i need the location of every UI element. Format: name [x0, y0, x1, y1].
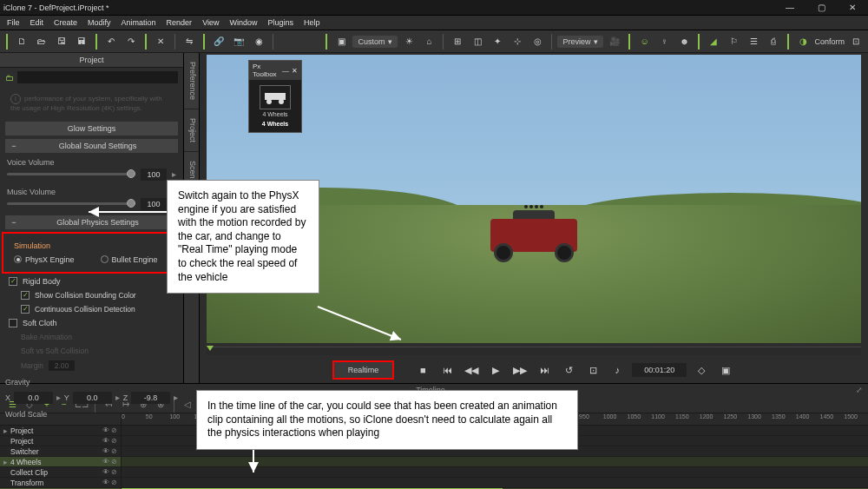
px-minimize-icon[interactable]: —: [282, 67, 289, 75]
undo-icon[interactable]: ↶: [102, 33, 120, 50]
timeline-row-switcher[interactable]: Switcher👁⊘: [0, 446, 121, 457]
ccd-checkbox[interactable]: ✓Continuous Collision Detection: [0, 302, 183, 316]
wheels-icon-label: 4 Wheels: [262, 111, 287, 117]
puppet-icon[interactable]: ☺: [635, 33, 653, 50]
track-row[interactable]: [122, 467, 868, 478]
rigid-body-checkbox[interactable]: ✓Rigid Body: [0, 274, 183, 288]
sphere-icon[interactable]: ◉: [250, 33, 267, 50]
maximize-button[interactable]: ▢: [809, 2, 833, 14]
svg-point-2: [279, 99, 284, 104]
menu-render[interactable]: Render: [161, 18, 198, 27]
viewport-ruler[interactable]: [207, 347, 861, 355]
layers-icon[interactable]: ☰: [745, 33, 762, 50]
motion-icon[interactable]: ♀: [655, 33, 673, 50]
menu-edit[interactable]: Edit: [25, 18, 49, 27]
link-icon[interactable]: 🔗: [210, 33, 227, 50]
frame-icon[interactable]: ▣: [332, 33, 350, 50]
menu-animation[interactable]: Animation: [116, 18, 161, 27]
open-icon[interactable]: 🗁: [33, 33, 50, 50]
gravity-z[interactable]: -9.8: [131, 392, 170, 404]
grid-icon[interactable]: ⊞: [449, 33, 466, 50]
timeline-row-project[interactable]: Project👁⊘: [0, 436, 121, 446]
physx-radio[interactable]: PhysX Engine: [14, 255, 75, 264]
menu-modify[interactable]: Modify: [82, 18, 116, 27]
redo-icon[interactable]: ↷: [122, 33, 140, 50]
gravity-x[interactable]: 0.0: [14, 392, 53, 404]
voice-volume-value[interactable]: 100: [141, 169, 167, 181]
new-icon[interactable]: 🗋: [13, 33, 30, 50]
project-panel-title: Project: [0, 53, 183, 68]
dummy-icon[interactable]: ◫: [469, 33, 486, 50]
gravity-y[interactable]: 0.0: [73, 392, 112, 404]
axis-icon[interactable]: ⊹: [509, 33, 526, 50]
softcloth-checkbox[interactable]: Soft Cloth: [0, 316, 183, 330]
audio-button[interactable]: ♪: [608, 361, 627, 379]
prev-frame-button[interactable]: ◀◀: [462, 361, 481, 379]
track-row[interactable]: [122, 478, 868, 488]
folder-icon[interactable]: 🗀: [5, 73, 14, 83]
tab-preference[interactable]: Preference: [184, 53, 199, 109]
menu-create[interactable]: Create: [49, 18, 82, 27]
save-as-icon[interactable]: 🖬: [73, 33, 90, 50]
home-icon[interactable]: ⌂: [420, 33, 437, 50]
preview-dropdown[interactable]: Preview▾: [557, 36, 603, 48]
track-row[interactable]: [122, 457, 868, 467]
px-close-icon[interactable]: ✕: [292, 67, 298, 75]
ruler-tick: 100: [169, 413, 180, 420]
marker-button[interactable]: ◇: [692, 361, 711, 379]
go-start-button[interactable]: ⏮: [437, 361, 457, 379]
timeline-row-transform[interactable]: Transform👁⊘: [0, 478, 121, 488]
truck-prop[interactable]: [490, 202, 577, 262]
soft-self-option: Soft vs Soft Collision: [0, 344, 183, 358]
playhead-icon[interactable]: [207, 346, 214, 351]
project-path-field[interactable]: [17, 71, 178, 83]
glow-settings-header[interactable]: Glow Settings: [5, 122, 178, 135]
svg-rect-0: [265, 93, 286, 100]
wheels-icon[interactable]: [260, 85, 291, 109]
flag-icon[interactable]: ⚐: [725, 33, 742, 50]
close-button[interactable]: ✕: [840, 2, 865, 14]
voice-volume-slider[interactable]: [7, 173, 135, 175]
menu-view[interactable]: View: [197, 18, 224, 27]
next-frame-button[interactable]: ▶▶: [510, 361, 529, 379]
time-display[interactable]: 00:01:20: [632, 363, 687, 377]
timeline-row-project[interactable]: ▸Project👁⊘: [0, 426, 121, 436]
record-button[interactable]: ⊡: [583, 361, 602, 379]
face-icon[interactable]: ☻: [675, 33, 693, 50]
reach-icon[interactable]: ◢: [705, 33, 722, 50]
extra-icon[interactable]: ⊡: [847, 33, 865, 50]
margin-label: Margin: [21, 361, 43, 370]
tab-project[interactable]: Project: [184, 109, 199, 152]
px-toolbox[interactable]: Px Toolbox—✕ 4 Wheels 4 Wheels: [248, 60, 302, 133]
bullet-radio[interactable]: Bullet Engine: [101, 255, 158, 264]
stop-button[interactable]: ■: [413, 361, 432, 379]
ruler-tick: 1050: [628, 413, 641, 420]
timeline-row-4-wheels[interactable]: ▸4 Wheels👁⊘: [0, 457, 121, 467]
camera-icon[interactable]: 🎥: [606, 33, 623, 50]
play-button[interactable]: ▶: [486, 361, 505, 379]
menu-file[interactable]: File: [2, 18, 25, 27]
output-icon[interactable]: ⎙: [765, 33, 782, 50]
menu-plugins[interactable]: Plugins: [263, 18, 299, 27]
target-icon[interactable]: ◎: [529, 33, 546, 50]
timeline-detach-icon[interactable]: ⤢: [856, 386, 863, 394]
delete-icon[interactable]: ✕: [152, 33, 169, 50]
show-collision-checkbox[interactable]: ✓Show Collision Bounding Color: [0, 288, 183, 302]
custom-dropdown[interactable]: Custom▾: [352, 36, 398, 48]
menu-window[interactable]: Window: [224, 18, 262, 27]
light-icon[interactable]: ☀: [400, 33, 418, 50]
menu-help[interactable]: Help: [299, 18, 326, 27]
loop-button[interactable]: ↺: [559, 361, 578, 379]
conform-icon[interactable]: ◑: [794, 33, 812, 50]
realtime-button[interactable]: Realtime: [332, 360, 395, 380]
gizmo-icon[interactable]: ✦: [489, 33, 506, 50]
sound-settings-header[interactable]: −Global Sound Settings: [5, 139, 178, 153]
go-end-button[interactable]: ⏭: [535, 361, 554, 379]
gravity-label: Gravity: [5, 378, 30, 387]
timeline-row-collect-clip[interactable]: Collect Clip👁⊘: [0, 467, 121, 478]
camera-tool-icon[interactable]: 📷: [230, 33, 247, 50]
settings-button[interactable]: ▣: [716, 361, 735, 379]
save-icon[interactable]: 🖫: [53, 33, 70, 50]
mirror-icon[interactable]: ⇋: [181, 33, 198, 50]
minimize-button[interactable]: —: [778, 2, 802, 14]
